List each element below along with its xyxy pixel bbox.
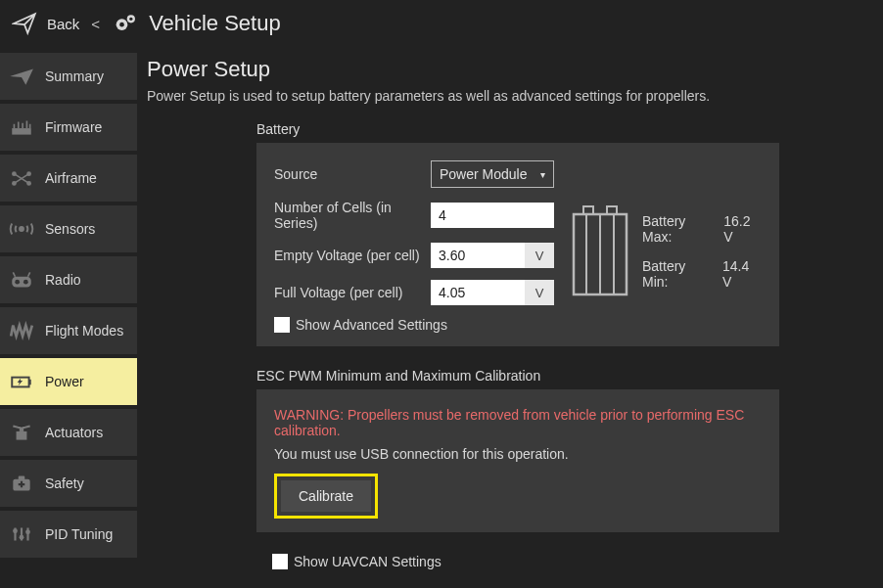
battery-section: Battery Source Power Module ▾ Number of … [256,121,883,346]
sidebar-item-label: Summary [45,68,104,84]
svg-point-9 [20,227,23,231]
back-button[interactable]: Back [47,16,79,32]
uavcan-checkbox[interactable] [272,554,288,569]
svg-rect-10 [12,277,31,288]
battery-max-label: Battery Max: [642,213,716,245]
drone-icon [8,164,35,192]
sidebar-item-label: Airframe [45,170,97,186]
page-title: Power Setup [147,57,883,82]
sidebar-item-label: Firmware [45,119,102,135]
main-content: Power Setup Power Setup is used to setup… [137,47,883,588]
esc-section-label: ESC PWM Minimum and Maximum Calibration [256,368,883,384]
sidebar-item-label: Actuators [45,425,103,440]
page-header-title: Vehicle Setup [149,11,281,36]
sliders-icon [8,520,35,548]
full-voltage-label: Full Voltage (per cell) [274,285,431,300]
source-value: Power Module [440,166,528,182]
svg-rect-14 [29,380,31,384]
svg-point-24 [25,529,30,534]
empty-voltage-unit: V [525,243,554,268]
plane-icon [8,63,35,90]
uavcan-label: Show UAVCAN Settings [294,554,442,569]
sidebar-item-power[interactable]: Power [0,358,137,405]
svg-point-12 [23,280,28,285]
sidebar-item-label: Radio [45,272,81,288]
cells-label: Number of Cells (in Series) [274,200,431,231]
sidebar-item-pid-tuning[interactable]: PID Tuning [0,511,137,558]
topbar: Back < Vehicle Setup [0,0,883,47]
full-voltage-input[interactable] [431,280,525,305]
svg-point-1 [119,23,124,27]
battery-diagram-icon [570,204,630,298]
chip-icon [8,113,35,141]
sidebar-item-airframe[interactable]: Airframe [0,155,137,202]
calibrate-button[interactable]: Calibrate [281,480,371,512]
radio-icon [8,266,35,294]
empty-voltage-label: Empty Voltage (per cell) [274,248,431,263]
empty-voltage-input[interactable] [431,243,525,268]
paper-plane-icon [12,11,37,36]
sidebar-item-label: Power [45,374,84,389]
sidebar-item-sensors[interactable]: Sensors [0,205,137,252]
battery-icon [8,368,35,395]
advanced-settings-label: Show Advanced Settings [296,317,447,333]
battery-max-value: 16.2 V [723,213,762,245]
sidebar-item-label: Flight Modes [45,323,123,339]
sidebar-item-safety[interactable]: Safety [0,460,137,507]
source-label: Source [274,166,431,182]
battery-min-label: Battery Min: [642,258,715,290]
sidebar-item-summary[interactable]: Summary [0,53,137,100]
svg-rect-4 [12,128,31,135]
sidebar: Summary Firmware Airframe Sensors Radio [0,47,137,588]
wave-icon [8,317,35,344]
sidebar-item-label: PID Tuning [45,526,113,542]
page-description: Power Setup is used to setup battery par… [147,88,883,104]
cells-input[interactable] [431,203,554,228]
back-chevron: < [91,16,100,32]
battery-min-value: 14.4 V [722,258,762,290]
svg-point-3 [129,18,132,21]
esc-note: You must use USB connection for this ope… [274,446,762,462]
svg-rect-15 [17,431,27,440]
svg-point-11 [15,280,20,285]
sidebar-item-actuators[interactable]: Actuators [0,409,137,456]
sidebar-item-radio[interactable]: Radio [0,256,137,303]
sidebar-item-label: Sensors [45,221,95,237]
calibrate-highlight: Calibrate [274,474,378,519]
gear-icon [112,10,139,37]
svg-rect-18 [19,475,25,479]
sidebar-item-firmware[interactable]: Firmware [0,104,137,151]
signal-icon [8,215,35,243]
esc-warning: WARNING: Propellers must be removed from… [274,407,762,438]
chevron-down-icon: ▾ [540,169,545,180]
svg-point-22 [13,528,18,533]
sidebar-item-flight-modes[interactable]: Flight Modes [0,307,137,354]
svg-point-23 [20,535,24,540]
esc-section: ESC PWM Minimum and Maximum Calibration … [256,368,883,532]
advanced-settings-checkbox[interactable] [274,317,290,333]
source-dropdown[interactable]: Power Module ▾ [431,160,554,188]
motor-icon [8,419,35,446]
full-voltage-unit: V [525,280,554,305]
medkit-icon [8,470,35,497]
battery-section-label: Battery [256,121,883,137]
sidebar-item-label: Safety [45,475,84,491]
